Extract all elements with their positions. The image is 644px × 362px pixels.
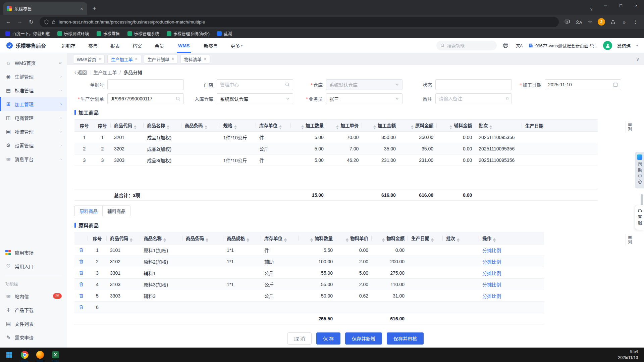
sort-header[interactable]: 加工单价 — [327, 120, 362, 132]
delete-row-button[interactable] — [79, 305, 84, 310]
sort-header[interactable]: 辅料金额 — [437, 120, 475, 132]
close-icon[interactable]: × — [99, 57, 101, 61]
sort-header[interactable]: 商品代码 — [111, 120, 144, 132]
sort-header[interactable]: 加工金额 — [362, 120, 399, 132]
bookmark-item[interactable]: 乐檬管理系统 — [127, 30, 159, 37]
nav-item-wms[interactable]: WMS — [177, 38, 191, 53]
nav-item-retail[interactable]: 零售 — [88, 38, 98, 53]
delete-row-button[interactable] — [79, 247, 84, 253]
sidebar-item-ecommerce[interactable]: ◫ 电商管理› — [0, 111, 67, 125]
sidebar-item-request[interactable]: ✎ 需求申请 — [0, 330, 67, 344]
bookmark-item[interactable]: 百度一下，你就知道 — [5, 30, 50, 37]
window-minimize-button[interactable]: ─ — [598, 0, 613, 11]
sort-header[interactable]: 操作 — [479, 232, 544, 244]
sort-header[interactable]: 商品条码 — [182, 232, 223, 244]
save-button[interactable]: 保 存 — [316, 332, 340, 345]
sort-header[interactable]: 生产日期 — [408, 232, 443, 244]
sidebar-item-inbox[interactable]: ✉ 站内信 25 — [0, 289, 67, 303]
delete-row-button[interactable] — [79, 282, 84, 287]
tab-close-icon[interactable]: × — [79, 6, 84, 11]
sidebar-item-message[interactable]: ✉ 消息平台› — [0, 152, 67, 166]
sidebar-item-favorites[interactable]: ♡ 常用入口 — [0, 259, 67, 273]
sidebar-item-file-list[interactable]: ▤ 文件列表 — [0, 317, 67, 330]
column-settings-button[interactable]: ▦ 列 — [626, 234, 634, 245]
store-input[interactable] — [220, 82, 283, 87]
sidebar-item-logistics[interactable]: ▣ 物流管理› — [0, 125, 67, 138]
nav-item-reports[interactable]: 报表 — [110, 38, 120, 53]
tab-raw-materials[interactable]: 原料商品 — [75, 206, 102, 216]
excel-taskbar-icon[interactable]: X — [48, 348, 63, 362]
warehouse-select[interactable]: 系统默认仓库 — [326, 79, 402, 90]
sort-header[interactable]: 规格 — [220, 120, 256, 132]
user-menu-caret-icon[interactable]: ▾ — [636, 44, 638, 47]
tab-search-icon[interactable]: ∨ — [590, 6, 598, 15]
firefox-taskbar-icon[interactable] — [32, 348, 48, 362]
customer-service-tab[interactable]: 客服 — [635, 205, 644, 230]
print-icon[interactable] — [501, 41, 510, 50]
breadcrumb-root[interactable]: 生产加工单 — [93, 69, 117, 76]
delete-row-button[interactable] — [79, 293, 84, 298]
doc-no-input[interactable] — [111, 82, 180, 87]
save-and-audit-button[interactable]: 保存并审核 — [387, 332, 424, 345]
new-tab-button[interactable]: + — [89, 3, 99, 13]
salesman-select[interactable]: 张三 — [326, 93, 402, 104]
close-icon[interactable]: × — [204, 57, 206, 61]
allocate-ratio-link[interactable]: 分摊比例 — [482, 282, 501, 287]
nav-item-members[interactable]: 会员 — [155, 38, 164, 53]
address-bar[interactable]: lemon-test.nhsoft.cn/ama/processing/busi… — [40, 17, 559, 27]
plan-no-input[interactable] — [111, 96, 174, 101]
install-app-icon[interactable] — [562, 17, 572, 27]
sort-header[interactable]: 库存单位 — [256, 120, 291, 132]
taskbar-clock[interactable]: 9:54 2025/11/10 — [613, 349, 643, 361]
browser-menu-icon[interactable]: ⋮ — [631, 17, 641, 27]
function-search-input[interactable]: 搜索功能 — [436, 41, 497, 50]
translate-icon[interactable]: 文A — [574, 17, 584, 27]
bookmark-star-icon[interactable]: ☆ — [585, 17, 595, 27]
sort-header[interactable]: 商品名称 — [140, 232, 182, 244]
sort-header[interactable]: 商品名称 — [144, 120, 181, 132]
window-close-button[interactable]: × — [629, 0, 644, 11]
save-and-new-button[interactable]: 保存并新增 — [345, 332, 382, 345]
sort-header[interactable]: 物料单价 — [336, 232, 372, 244]
sort-header[interactable]: 批次 — [475, 120, 522, 132]
sort-header[interactable]: 加工数量 — [291, 120, 327, 132]
start-button[interactable] — [1, 348, 17, 362]
nav-item-inventory[interactable]: 进销存 — [61, 38, 75, 53]
sort-header[interactable]: 物料数量 — [299, 232, 336, 244]
sidebar-item-app-market[interactable]: 应用市场 — [0, 245, 67, 259]
bookmark-item[interactable]: 乐檬管理系统(海外) — [167, 30, 210, 37]
sort-header[interactable]: 物料金额 — [372, 232, 408, 244]
sidebar-item-standard[interactable]: ▤ 标准管理› — [0, 83, 67, 97]
sidebar-item-wms-home[interactable]: ⌂ WMS首页 « — [0, 56, 67, 70]
sidebar-item-processing[interactable]: ⊞ 加工管理› — [0, 97, 67, 111]
tab-production-plan[interactable]: 生产计划单× — [144, 55, 178, 63]
allocate-ratio-link[interactable]: 分摊比例 — [482, 248, 501, 253]
chrome-taskbar-icon[interactable] — [17, 348, 32, 362]
sidebar-collapse-icon[interactable]: « — [59, 60, 62, 65]
allocate-ratio-link[interactable]: 分摊比例 — [482, 271, 501, 276]
tenant-selector[interactable]: 99677-wms测试账套新页面-管… — [528, 42, 599, 49]
nav-item-more[interactable]: 更多▾ — [230, 38, 243, 53]
language-icon[interactable]: 文A — [515, 41, 524, 50]
column-settings-button[interactable]: ▦ 列 — [626, 121, 634, 133]
browser-forward-button[interactable]: → — [15, 17, 25, 27]
tab-bom[interactable]: 物料清单× — [180, 55, 210, 63]
back-button[interactable]: ‹返回 — [74, 69, 87, 76]
sort-header[interactable]: 商品条码 — [181, 120, 220, 132]
tab-aux-materials[interactable]: 辅料商品 — [102, 206, 130, 216]
nav-item-archives[interactable]: 档案 — [132, 38, 142, 53]
sort-header[interactable]: 商品规格 — [223, 232, 261, 244]
close-icon[interactable]: × — [172, 57, 174, 61]
allocate-ratio-link[interactable]: 分摊比例 — [482, 259, 501, 265]
search-icon[interactable] — [285, 82, 290, 87]
sidebar-item-settings[interactable]: ⚙ 设置管理› — [0, 138, 67, 152]
process-date-input[interactable] — [548, 82, 611, 87]
tab-production-order[interactable]: 生产加工单× — [107, 55, 141, 63]
sort-header[interactable]: 库存单位 — [261, 232, 299, 244]
delete-row-button[interactable] — [79, 270, 84, 275]
extensions-overflow-icon[interactable]: » — [619, 17, 629, 27]
help-center-tab[interactable]: 帮助中心 — [635, 152, 644, 188]
user-avatar[interactable] — [603, 41, 612, 50]
sort-header[interactable]: 商品代码 — [107, 232, 140, 244]
cancel-button[interactable]: 取 消 — [287, 332, 312, 345]
